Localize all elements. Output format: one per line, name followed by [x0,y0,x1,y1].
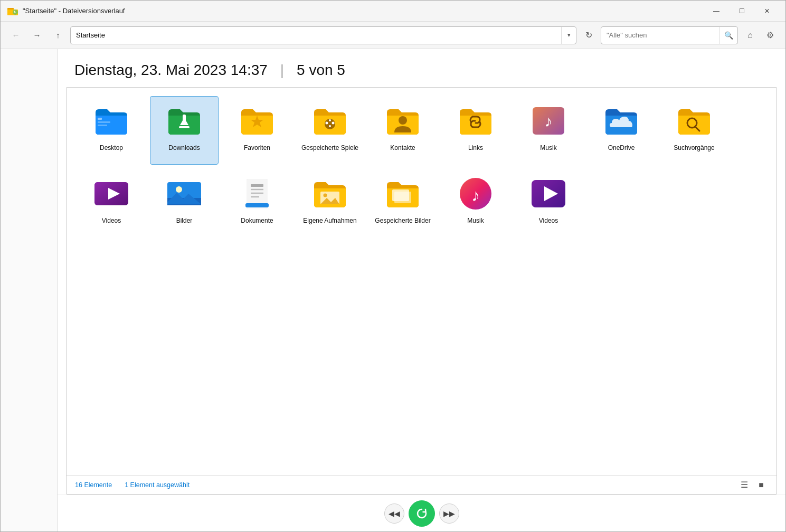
file-label-favoriten: Favoriten [244,144,270,153]
file-item-musik[interactable]: ♪ Musik [514,96,583,165]
toolbar: ← → ↑ ▾ ↻ 🔍 ⌂ ⚙ [1,22,785,49]
file-label-gespeicherte-bilder: Gespeicher­te Bilder [375,217,430,225]
main-window: "Startseite" - Dateiversionsverlauf — ☐ … [0,0,786,532]
folder-search-icon [675,102,713,140]
refresh-button[interactable]: ↻ [580,26,598,44]
folder-saved-pictures-icon [311,175,349,213]
svg-rect-40 [392,189,409,201]
content-area: Dienstag, 23. Mai 2023 14:37 | 5 von 5 D… [58,49,785,531]
grid-view-button[interactable]: ■ [754,478,768,492]
address-bar: ▾ [70,26,576,44]
folder-music-icon: ♪ [529,102,567,140]
file-item-videos2[interactable]: Videos [514,169,583,238]
folder-games-icon [311,102,349,140]
address-dropdown-button[interactable]: ▾ [561,27,576,44]
folder-blue-icon [92,102,130,140]
svg-rect-35 [245,203,269,207]
folder-star-icon [238,102,276,140]
file-item-kontakte[interactable]: Kontakte [368,96,437,165]
file-item-links[interactable]: Links [441,96,510,165]
close-button[interactable]: ✕ [755,3,779,20]
up-button[interactable]: ↑ [49,26,67,44]
svg-point-13 [329,119,331,121]
svg-point-27 [176,186,182,193]
file-item-gespeicherte-bilder[interactable]: Gespeicher­te Bilder [368,169,437,238]
svg-point-11 [326,122,328,125]
file-label-videos2: Videos [539,217,558,225]
svg-rect-5 [98,125,107,126]
date-text: Dienstag, 23. Mai 2023 14:37 [74,62,268,79]
file-item-favoriten[interactable]: Favoriten [223,96,291,165]
file-item-suchvorgaenge[interactable]: Suchvorgä­nge [660,96,728,165]
date-header: Dienstag, 23. Mai 2023 14:37 | 5 von 5 [58,49,785,87]
maximize-button[interactable]: ☐ [730,3,754,20]
file-item-gespeicherte-spiele[interactable]: Gespeicher­te Spiele [296,96,364,165]
file-item-musik2[interactable]: ♪ Musik [441,169,510,238]
window-icon [7,5,18,17]
file-item-desktop[interactable]: Desktop [77,96,146,165]
file-grid: Desktop Downloads Favoriten Gespeicher­t… [67,88,776,475]
back-button[interactable]: ← [7,26,25,44]
svg-text:♪: ♪ [471,186,480,205]
window-controls: — ☐ ✕ [704,3,779,20]
svg-text:♪: ♪ [545,112,553,130]
file-label-eigene-aufnahmen: Eigene Aufnahmen [303,217,356,225]
search-button[interactable]: 🔍 [719,27,737,44]
svg-rect-34 [251,184,263,187]
address-input[interactable] [71,27,561,44]
svg-point-37 [324,194,327,197]
file-label-suchvorgaenge: Suchvorgä­nge [674,144,714,153]
file-item-dokumente[interactable]: Dokument­e [223,169,291,238]
file-label-bilder: Bilder [176,217,193,225]
file-label-videos: Videos [102,217,121,225]
next-button[interactable]: ▶▶ [439,504,459,524]
svg-point-15 [399,116,407,125]
forward-button[interactable]: → [28,26,46,44]
version-count: 5 von 5 [297,62,345,79]
previous-button[interactable]: ◀◀ [384,504,404,524]
app-music-icon: ♪ [457,175,495,213]
svg-rect-3 [98,118,102,120]
file-item-videos[interactable]: Videos [77,169,146,238]
restore-button[interactable] [409,500,435,527]
svg-point-14 [329,125,331,127]
file-grid-container: Desktop Downloads Favoriten Gespeicher­t… [66,87,777,495]
file-label-gespeicherte-spiele: Gespeicher­te Spiele [301,144,358,153]
file-label-onedrive: OneDrive [608,144,635,153]
settings-button[interactable]: ⚙ [761,26,779,44]
file-label-musik: Musik [540,144,556,153]
file-label-desktop: Desktop [100,144,123,153]
file-label-kontakte: Kontakte [390,144,415,153]
list-view-button[interactable]: ☰ [737,478,751,492]
sidebar [1,49,58,531]
folder-videos-icon [92,175,130,213]
main-content: Dienstag, 23. Mai 2023 14:37 | 5 von 5 D… [1,49,785,531]
toolbar-right-icons: ⌂ ⚙ [741,26,779,44]
svg-rect-7 [183,115,186,122]
title-bar: "Startseite" - Dateiversionsverlauf — ☐ … [1,1,785,22]
playback-bar: ◀◀ ▶▶ [58,495,785,531]
file-label-musik2: Musik [467,217,484,225]
folder-saved-pictures2-icon [384,175,422,213]
file-item-eigene-aufnahmen[interactable]: Eigene Aufnahmen [296,169,364,238]
file-label-downloads: Downloads [168,144,200,153]
folder-documents-icon [238,175,276,213]
file-item-bilder[interactable]: Bilder [150,169,219,238]
svg-rect-8 [179,126,190,128]
file-label-links: Links [468,144,483,153]
separator: | [280,62,284,79]
folder-pictures-icon [165,175,203,213]
svg-rect-4 [98,121,110,123]
file-item-onedrive[interactable]: OneDrive [587,96,656,165]
svg-point-12 [332,122,335,125]
window-title: "Startseite" - Dateiversionsverlauf [23,7,704,15]
folder-contacts-icon [384,102,422,140]
selected-count: 1 Element ausgewählt [125,481,190,489]
folder-downloads-icon [165,102,203,140]
folder-onedrive-icon [602,102,640,140]
home-button[interactable]: ⌂ [741,26,759,44]
minimize-button[interactable]: — [704,3,728,20]
search-input[interactable] [601,27,719,44]
app-videos-icon [529,175,567,213]
file-item-downloads[interactable]: Downloads [150,96,219,165]
